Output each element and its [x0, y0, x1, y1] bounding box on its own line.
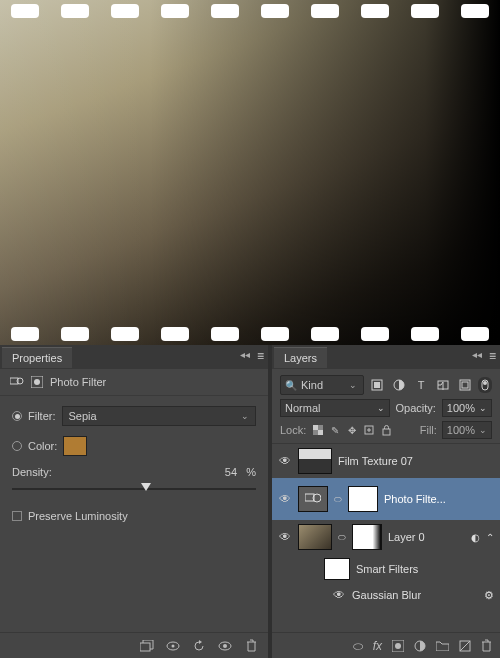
collapse-icon[interactable]: ◂◂	[240, 349, 250, 360]
lock-transparency-icon[interactable]	[311, 423, 325, 437]
layer-name: Smart Filters	[356, 563, 418, 575]
svg-point-6	[172, 644, 175, 647]
lock-all-icon[interactable]	[379, 423, 393, 437]
smart-filters-row[interactable]: Smart Filters	[272, 554, 500, 584]
opacity-input[interactable]: 100% ⌄	[442, 399, 492, 417]
blend-mode-value: Normal	[285, 402, 320, 414]
adjustment-icon	[10, 375, 24, 389]
layer-name[interactable]: Layer 0	[388, 531, 425, 543]
filter-mask[interactable]	[324, 558, 350, 580]
layer-name[interactable]: Film Texture 07	[338, 455, 413, 467]
visibility-toggle-icon[interactable]: 👁	[278, 454, 292, 468]
filter-adjustment-icon[interactable]	[390, 377, 408, 393]
expand-icon[interactable]: ⌃	[486, 532, 494, 543]
chevron-down-icon: ⌄	[349, 380, 357, 390]
link-layers-icon[interactable]: ⬭	[353, 639, 363, 653]
filter-select[interactable]: Sepia ⌄	[62, 406, 257, 426]
reset-icon[interactable]	[192, 639, 206, 653]
blend-mode-select[interactable]: Normal ⌄	[280, 399, 390, 417]
chevron-down-icon: ⌄	[479, 403, 487, 413]
density-label: Density:	[12, 466, 52, 478]
filter-options-icon[interactable]: ⚙	[484, 589, 494, 602]
filter-pixel-icon[interactable]	[368, 377, 386, 393]
layer-row[interactable]: 👁 ⬭ Photo Filte...	[272, 478, 500, 520]
layers-tab[interactable]: Layers	[274, 347, 327, 368]
fill-value: 100%	[447, 424, 475, 436]
filter-name[interactable]: Gaussian Blur	[352, 589, 421, 601]
filter-label: Filter:	[28, 410, 56, 422]
layers-tabbar: Layers ◂◂ ≡	[272, 345, 500, 369]
new-group-icon[interactable]	[436, 640, 449, 651]
visibility-toggle-icon[interactable]: 👁	[278, 530, 292, 544]
visibility-toggle-icon[interactable]: 👁	[278, 492, 292, 506]
layers-panel: Layers ◂◂ ≡ 🔍 ⌄ T	[272, 345, 500, 658]
adjustment-thumbnail[interactable]	[298, 486, 328, 512]
view-previous-icon[interactable]	[166, 639, 180, 653]
new-layer-icon[interactable]	[459, 640, 471, 652]
link-icon[interactable]: ⬭	[338, 532, 346, 543]
panel-menu-icon[interactable]: ≡	[489, 349, 496, 363]
density-value[interactable]: 54	[225, 466, 237, 478]
preserve-luminosity-checkbox[interactable]	[12, 511, 22, 521]
svg-rect-4	[140, 643, 150, 651]
film-sprockets-bottom	[0, 323, 500, 345]
filter-radio[interactable]	[12, 411, 22, 421]
fill-label: Fill:	[420, 424, 437, 436]
clip-to-layer-icon[interactable]	[140, 639, 154, 653]
document-canvas[interactable]	[0, 0, 500, 345]
properties-tab[interactable]: Properties	[2, 347, 72, 368]
svg-point-16	[483, 381, 487, 385]
lock-pixels-icon[interactable]: ✎	[328, 423, 342, 437]
layer-name[interactable]: Photo Filte...	[384, 493, 446, 505]
new-adjustment-icon[interactable]	[414, 640, 426, 652]
trash-icon[interactable]	[481, 639, 492, 652]
link-icon[interactable]: ⬭	[334, 494, 342, 505]
opacity-label: Opacity:	[396, 402, 436, 414]
layers-footer: ⬭ fx	[272, 632, 500, 658]
layer-filter-select[interactable]: 🔍 ⌄	[280, 375, 364, 395]
smart-object-icon: ◐	[471, 532, 480, 543]
properties-panel: Properties ◂◂ ≡ Photo Filter Filter: Sep…	[0, 345, 268, 658]
color-swatch[interactable]	[63, 436, 87, 456]
panel-menu-icon[interactable]: ≡	[257, 349, 264, 363]
svg-rect-21	[383, 429, 390, 435]
preserve-luminosity-label: Preserve Luminosity	[28, 510, 128, 522]
film-sprockets-top	[0, 0, 500, 22]
layer-mask[interactable]	[348, 486, 378, 512]
layer-row[interactable]: 👁 ⬭ Layer 0 ◐ ⌃	[272, 520, 500, 554]
layer-thumbnail[interactable]	[298, 448, 332, 474]
density-unit: %	[246, 466, 256, 478]
filter-toggle-icon[interactable]	[478, 377, 492, 393]
lock-artboard-icon[interactable]	[362, 423, 376, 437]
search-icon: 🔍	[285, 380, 297, 391]
layer-thumbnail[interactable]	[298, 524, 332, 550]
density-slider[interactable]	[12, 482, 256, 496]
filter-row[interactable]: 👁 Gaussian Blur ⚙	[272, 584, 500, 606]
mask-icon	[30, 375, 44, 389]
color-radio[interactable]	[12, 441, 22, 451]
color-label: Color:	[28, 440, 57, 452]
add-mask-icon[interactable]	[392, 640, 404, 652]
trash-icon[interactable]	[244, 639, 258, 653]
visibility-icon[interactable]	[218, 639, 232, 653]
layer-mask[interactable]	[352, 524, 382, 550]
chevron-down-icon: ⌄	[377, 403, 385, 413]
svg-rect-10	[374, 382, 380, 388]
properties-subheader: Photo Filter	[0, 369, 268, 396]
layer-list: 👁 Film Texture 07 👁 ⬭ Photo Filte... 👁 ⬭…	[272, 444, 500, 632]
fill-input[interactable]: 100% ⌄	[442, 421, 492, 439]
visibility-toggle-icon[interactable]: 👁	[332, 588, 346, 602]
kind-input[interactable]	[301, 379, 345, 391]
layer-style-icon[interactable]: fx	[373, 639, 382, 653]
lock-label: Lock:	[280, 424, 306, 436]
lock-position-icon[interactable]: ✥	[345, 423, 359, 437]
layer-row[interactable]: 👁 Film Texture 07	[272, 444, 500, 478]
filter-smart-icon[interactable]	[456, 377, 474, 393]
collapse-icon[interactable]: ◂◂	[472, 349, 482, 360]
adjustment-title: Photo Filter	[50, 376, 106, 388]
filter-value: Sepia	[69, 410, 97, 422]
svg-point-3	[34, 379, 40, 385]
filter-type-icon[interactable]: T	[412, 377, 430, 393]
filter-shape-icon[interactable]	[434, 377, 452, 393]
svg-point-8	[223, 644, 227, 648]
